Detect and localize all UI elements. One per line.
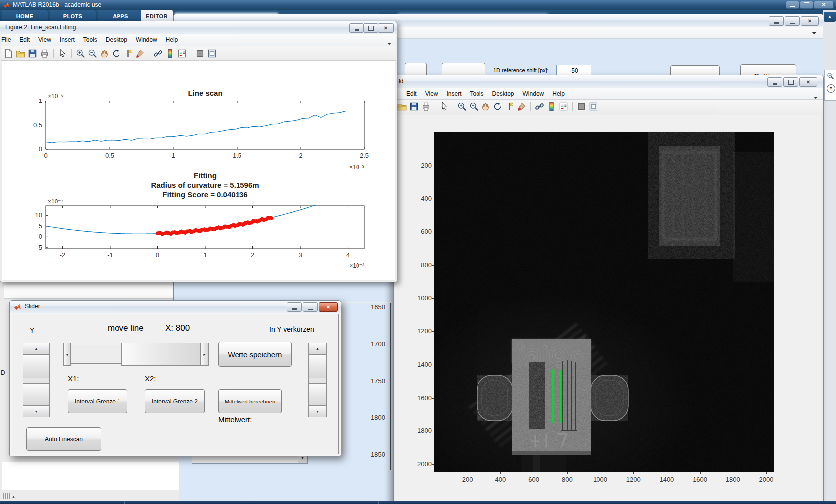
dock-icon[interactable] [207, 49, 217, 58]
slider-minimize-button[interactable] [287, 302, 302, 312]
combobox-arrow-icon[interactable]: ▼ [298, 456, 307, 463]
minimize-button[interactable] [786, 1, 799, 9]
menu-item-edit[interactable]: Edit [406, 90, 417, 97]
x-tick-label: 1200 [623, 476, 643, 483]
gui-maximize-button[interactable] [785, 16, 800, 26]
save-icon[interactable] [28, 49, 37, 58]
y-scroll-down-button[interactable]: ▼ [23, 406, 50, 417]
dock-icon[interactable] [589, 102, 598, 111]
legend-icon[interactable] [177, 49, 187, 58]
menu-item-desktop[interactable]: Desktop [106, 36, 127, 43]
menu-item-insert[interactable]: Insert [60, 36, 75, 43]
menu-item-help[interactable]: Help [552, 90, 565, 97]
menu-item-help[interactable]: Help [166, 36, 178, 43]
mittelwert-berechnen-button[interactable]: Mittelwert berechnen [218, 389, 282, 413]
figure2-plots[interactable]: Line scan ×10⁻⁶ ×10⁻³ Fitting Radius of … [2, 61, 395, 280]
zoom-in-icon[interactable] [457, 102, 467, 111]
shorten-thumb[interactable] [308, 354, 327, 378]
scroll-down-icon[interactable]: ▼ [827, 84, 835, 93]
x-tick-label: 1 [171, 152, 175, 159]
search-icon[interactable] [827, 72, 834, 80]
interval-grenze2-button[interactable]: Interval Grenze 2 [145, 389, 205, 413]
open-icon[interactable] [397, 102, 407, 111]
shorten-up-button[interactable]: ▲ [308, 343, 327, 354]
gui-minimize-button[interactable] [769, 16, 784, 26]
figure2-titlebar[interactable]: Figure 2: Line_scan,Fitting ✕ [0, 21, 397, 34]
collapse-tab[interactable]: ▲ [824, 12, 836, 22]
interval-grenze1-button[interactable]: Interval Grenze 1 [68, 389, 127, 413]
taskbar[interactable] [0, 501, 836, 504]
rotate-icon[interactable] [112, 49, 121, 58]
phase-minimize-button[interactable] [767, 77, 782, 87]
y-scroll-track[interactable] [23, 383, 50, 406]
cursor-icon[interactable] [439, 102, 449, 111]
maximize-button[interactable] [800, 1, 813, 9]
menu-item-view[interactable]: View [38, 36, 51, 43]
save-icon[interactable] [409, 102, 419, 111]
link-plot-icon[interactable] [153, 49, 163, 58]
colorbar-icon[interactable] [165, 49, 175, 58]
menu-item-desktop[interactable]: Desktop [492, 90, 514, 97]
phase-figure-window: ld ✕ EditViewInsertToolsDesktopWindowHel… [393, 75, 824, 504]
rotate-icon[interactable] [493, 102, 502, 111]
command-window-panel[interactable] [2, 462, 179, 492]
menu-item-tools[interactable]: Tools [470, 90, 484, 97]
hidden-combobox[interactable]: ▼ [192, 455, 308, 464]
phase-figure-titlebar[interactable]: ld ✕ [394, 75, 823, 88]
figure2-maximize-button[interactable] [363, 23, 378, 33]
resize-grip-icon[interactable]: ▲ [3, 493, 17, 500]
y-scroll-up-button[interactable]: ▲ [23, 343, 50, 354]
legend-icon[interactable] [559, 102, 568, 111]
colorbar-icon[interactable] [547, 102, 556, 111]
y-tick-label: 800 [408, 261, 432, 269]
plot-browser-icon[interactable] [577, 102, 586, 111]
y-scroll-thumb[interactable] [23, 354, 50, 378]
menu-item-window[interactable]: Window [136, 36, 157, 43]
close-button[interactable]: ✕ [814, 1, 834, 9]
plot-browser-icon[interactable] [195, 49, 205, 58]
link-plot-icon[interactable] [535, 102, 544, 111]
brush-icon[interactable] [517, 102, 526, 111]
menu-item-file[interactable]: File [1, 36, 11, 43]
brush-icon[interactable] [135, 49, 145, 58]
slider-left-arrow[interactable]: ◄ [63, 343, 71, 366]
menu-item-tools[interactable]: Tools [83, 36, 97, 43]
pan-icon[interactable] [481, 102, 490, 111]
menu-item-window[interactable]: Window [523, 90, 544, 97]
figure2-minimize-button[interactable] [349, 23, 364, 33]
zoom-in-icon[interactable] [76, 49, 85, 58]
gui-close-button[interactable]: ✕ [801, 16, 819, 26]
x-tick-mark [468, 472, 468, 474]
menu-item-edit[interactable]: Edit [19, 36, 30, 43]
slider-right-arrow[interactable]: ► [200, 343, 209, 366]
phase-maximize-button[interactable] [783, 77, 798, 87]
pan-icon[interactable] [100, 49, 109, 58]
slider-track-left[interactable] [71, 345, 121, 364]
auto-linescan-button[interactable]: Auto Linescan [26, 427, 101, 451]
data-cursor-icon[interactable] [123, 49, 133, 58]
open-icon[interactable] [16, 49, 25, 58]
menu-overflow-icon[interactable] [812, 30, 816, 34]
werte-speichern-button[interactable]: Werte speichern [218, 342, 292, 367]
slider-close-button[interactable]: ✕ [319, 302, 338, 312]
slider-maximize-button[interactable] [303, 302, 318, 312]
new-figure-icon[interactable] [4, 49, 13, 58]
shorten-track[interactable] [308, 383, 327, 406]
slider-titlebar[interactable]: Slider ✕ [10, 301, 341, 313]
zoom-out-icon[interactable] [88, 49, 97, 58]
x-tick-label: 600 [524, 476, 544, 483]
y-tick-label: 0 [39, 145, 42, 153]
menu-item-insert[interactable]: Insert [446, 90, 461, 97]
figure2-close-button[interactable]: ✕ [378, 23, 394, 33]
print-icon[interactable] [40, 49, 49, 58]
phase-image[interactable] [434, 132, 774, 472]
y-tick-label: 600 [408, 228, 432, 235]
print-icon[interactable] [421, 102, 431, 111]
slider-thumb[interactable] [121, 343, 200, 366]
cursor-icon[interactable] [58, 49, 67, 58]
zoom-out-icon[interactable] [469, 102, 478, 111]
menu-item-view[interactable]: View [425, 90, 438, 97]
shorten-down-button[interactable]: ▼ [308, 406, 327, 417]
phase-close-button[interactable]: ✕ [799, 77, 817, 87]
data-cursor-icon[interactable] [505, 102, 514, 111]
